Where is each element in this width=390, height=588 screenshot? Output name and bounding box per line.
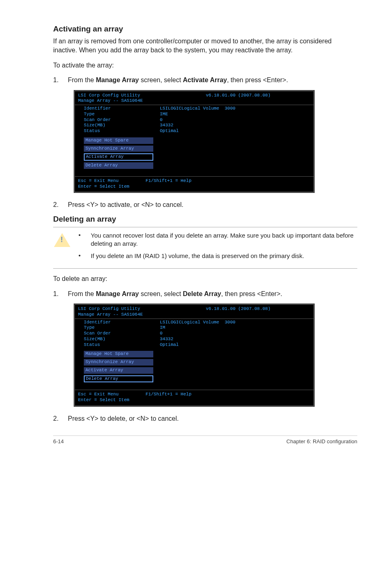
t: , then press <Enter>. — [227, 76, 288, 83]
bios-key: Size(MB) — [78, 123, 160, 128]
bios-menu-synchronize[interactable]: Synnchronize Array — [84, 359, 153, 366]
bios-val: 34332 — [160, 123, 310, 128]
bios-key: Scan Order — [78, 117, 160, 123]
heading-activating: Activating an array — [53, 25, 357, 34]
bios-val: LSILOGICLogical Volume 3000 — [160, 320, 310, 325]
warning-text: If you delete an IM (RAID 1) volume, the… — [91, 252, 357, 260]
bios-key: Identifier — [78, 106, 160, 112]
warning-item: • You cannot recover lost data if you de… — [78, 231, 357, 248]
bios-key: Size(MB) — [78, 337, 160, 342]
step-number: 2. — [53, 414, 68, 423]
bios-menu-synchronize[interactable]: Synnchronize Array — [84, 146, 153, 152]
bios-key: Identifier — [78, 320, 160, 325]
paragraph-lead: To delete an array: — [53, 274, 357, 283]
t-bold: Manage Array — [96, 76, 139, 83]
step-number: 1. — [53, 76, 68, 85]
bios-key: Scan Order — [78, 331, 160, 337]
step-1-delete: 1. From the Manage Array screen, select … — [53, 290, 357, 298]
bios-body: IdentifierLSILOGICLogical Volume 3000 Ty… — [75, 105, 314, 177]
page-number: 6-14 — [53, 438, 64, 444]
bios-key: Type — [78, 112, 160, 117]
bios-menu: Manage Hot Spare Synnchronize Array Acti… — [84, 137, 310, 171]
bios-val: 34332 — [160, 337, 310, 342]
bios-val: IM — [160, 325, 310, 331]
bios-title: LSI Corp Config Utility Manage Array -- … — [75, 305, 314, 319]
warning-box: ! • You cannot recover lost data if you … — [53, 227, 357, 269]
bullet-icon: • — [78, 231, 91, 248]
bios-footer: Esc = Exit Menu F1/Shift+1 = Help Enter … — [75, 390, 314, 406]
bios-menu-delete[interactable]: Delete Array — [84, 162, 153, 169]
warning-item: • If you delete an IM (RAID 1) volume, t… — [78, 252, 357, 260]
t: , then press <Enter>. — [221, 290, 282, 297]
warning-list: • You cannot recover lost data if you de… — [78, 231, 357, 265]
step-text: Press <Y> to activate, or <N> to cancel. — [68, 200, 357, 209]
bios-menu-delete[interactable]: Delete Array — [84, 375, 153, 383]
step-1-activate: 1. From the Manage Array screen, select … — [53, 76, 357, 85]
bullet-icon: • — [78, 252, 91, 260]
t: From the — [68, 76, 96, 83]
bios-val: Optimal — [160, 342, 310, 348]
bios-key: Status — [78, 342, 160, 348]
paragraph-intro: If an array is removed from one controll… — [53, 37, 357, 55]
bios-screen-delete: LSI Corp Config Utility Manage Array -- … — [74, 303, 315, 407]
bios-menu: Manage Hot Spare Synnchronize Array Acti… — [84, 351, 310, 384]
bios-val: IME — [160, 112, 310, 117]
step-text: Press <Y> to delete, or <N> to cancel. — [68, 414, 357, 423]
step-2-activate: 2. Press <Y> to activate, or <N> to canc… — [53, 200, 357, 209]
bios-key: Type — [78, 325, 160, 331]
chapter-label: Chapter 6: RAID configuration — [287, 438, 357, 444]
t: screen, select — [139, 76, 183, 83]
t-bold: Delete Array — [183, 290, 221, 297]
bios-body: IdentifierLSILOGICLogical Volume 3000 Ty… — [75, 319, 314, 391]
bios-util-name: LSI Corp Config Utility — [78, 306, 206, 312]
bios-subtitle: Manage Array -- SAS1064E — [78, 98, 206, 104]
bios-menu-hot-spare[interactable]: Manage Hot Spare — [84, 137, 153, 144]
bios-menu-activate[interactable]: Activate Array — [84, 367, 153, 374]
bios-menu-activate[interactable]: Activate Array — [84, 153, 153, 161]
bios-version: v6.18.01.00 (2007.08.08) — [206, 306, 310, 318]
step-text: From the Manage Array screen, select Del… — [68, 290, 357, 298]
bios-val: 0 — [160, 117, 310, 123]
exclamation-icon: ! — [61, 236, 63, 244]
bios-val: LSILOGICLogical Volume 3000 — [160, 106, 310, 112]
warning-icon: ! — [53, 231, 71, 265]
bios-val: 0 — [160, 331, 310, 337]
step-number: 1. — [53, 290, 68, 298]
bios-menu-hot-spare[interactable]: Manage Hot Spare — [84, 351, 153, 357]
bios-title: LSI Corp Config Utility Manage Array -- … — [75, 91, 314, 105]
bios-subtitle: Manage Array -- SAS1064E — [78, 312, 206, 318]
bios-val: Optimal — [160, 128, 310, 134]
t: screen, select — [139, 290, 183, 297]
heading-deleting: Deleting an array — [53, 215, 357, 224]
t-bold: Activate Array — [183, 76, 227, 83]
t-bold: Manage Array — [96, 290, 139, 297]
step-text: From the Manage Array screen, select Act… — [68, 76, 357, 85]
step-2-delete: 2. Press <Y> to delete, or <N> to cancel… — [53, 414, 357, 423]
bios-version: v6.18.01.00 (2007.08.08) — [206, 93, 310, 104]
step-number: 2. — [53, 200, 68, 209]
t: From the — [68, 290, 96, 297]
bios-key: Status — [78, 128, 160, 134]
bios-util-name: LSI Corp Config Utility — [78, 93, 206, 99]
bios-screen-activate: LSI Corp Config Utility Manage Array -- … — [74, 90, 315, 193]
paragraph-lead: To activate the array: — [53, 61, 357, 70]
page-footer: 6-14 Chapter 6: RAID configuration — [53, 435, 357, 444]
bios-footer: Esc = Exit Menu F1/Shift+1 = Help Enter … — [75, 177, 314, 192]
warning-text: You cannot recover lost data if you dele… — [91, 231, 357, 248]
